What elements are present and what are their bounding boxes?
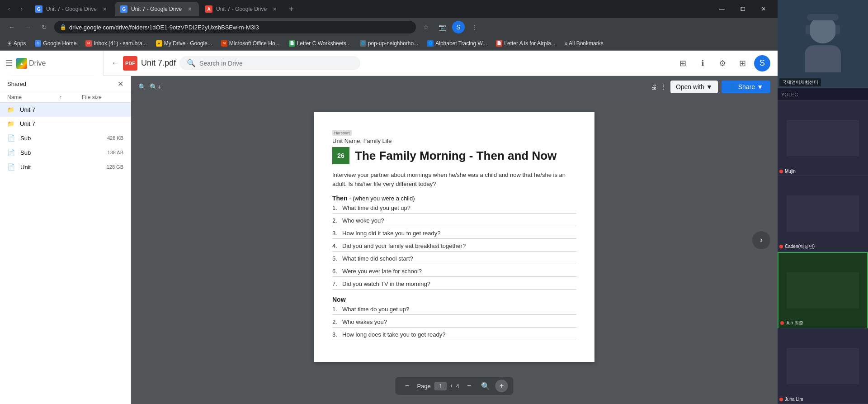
bookmark-popup[interactable]: 🌐 pop-up-neighborho... [356,39,422,48]
person-head-shape [809,16,836,43]
bookmark-letterc[interactable]: 📄 Letter C Worksheets... [285,39,354,48]
file-name-3: Sub [20,135,82,142]
q4-text: Did you and your family eat breakfast to… [342,242,466,249]
minimize-button[interactable]: — [712,0,732,18]
person-silhouette [805,16,841,72]
zoom-out-btn[interactable]: − [463,380,476,392]
maximize-button[interactable]: ⧠ [732,0,753,18]
letterc-favicon: 📄 [289,40,295,47]
popup-favicon: 🌐 [360,40,366,47]
video-call-panel: 국제언어치험센터 YGLEC Mujin Caden(박정민) Jun 최준 [778,0,868,404]
pdf-more-btn[interactable]: ⋮ [660,83,667,90]
browser-forward-btn[interactable]: › [16,4,27,14]
settings-button[interactable]: ⚙ [714,55,731,71]
main-video-feed: 국제언어치험센터 [778,0,868,88]
bookmark-mydrive[interactable]: ▲ My Drive · Google... [152,39,216,48]
nav-back-button[interactable]: ← [5,21,18,33]
browser-nav-group: ‹ › [4,4,27,14]
mujin-label-row: Mujin [779,169,796,174]
q6-num: 6. [332,268,340,275]
page-controls: − Page / 4 − 🔍 + [395,377,513,395]
tab-2[interactable]: G Unit 7 - Google Drive ✕ [115,2,199,16]
participants-header: YGLEC [778,88,868,100]
pdf-icon-label: PDF [125,61,135,66]
folder-icon-1: 📁 [7,106,14,113]
account-button[interactable]: S [754,55,770,71]
apps-icon: ⊞ [7,40,12,47]
jun-label-row: Jun 최준 [780,320,803,326]
file-row-unit-pdf[interactable]: 📄 Unit 128 GB [0,160,131,174]
q7-text: Did you watch TV in the morning? [342,280,430,287]
video-thumb-caden: Caden(박정민) [778,176,868,252]
url-bar[interactable]: 🔒 drive.google.com/drive/folders/1dOE1-9… [54,21,416,33]
file-name-2: Unit 7 [20,120,82,127]
zoom-in-btn[interactable]: + [495,380,508,392]
then-label: Then [332,195,347,202]
info-button[interactable]: ℹ [694,55,711,71]
juha-mic-indicator [779,398,783,401]
bookmark-msoffice[interactable]: M Microsoft Office Ho... [217,39,283,48]
bookmark-all[interactable]: » All Bookmarks [561,39,607,48]
file-row-sub2[interactable]: 📄 Sub 138 AB [0,145,131,160]
headset-left-ear [806,25,810,34]
close-button[interactable]: ✕ [753,0,774,18]
drive-menu-button[interactable]: ☰ [5,58,13,68]
profile-button[interactable]: S [452,21,465,33]
tab-1-title: Unit 7 - Google Drive [46,6,97,12]
bookmark-inbox[interactable]: M Inbox (41) · sam.bra... [82,39,150,48]
q7-num: 7. [332,280,340,287]
tab-3[interactable]: A Unit 7 - Google Drive ✕ [200,2,284,16]
caden-name: Caden(박정민) [785,243,815,250]
harcourt-label: Harcourt [332,130,352,136]
tab-3-close[interactable]: ✕ [270,5,278,13]
bookmark-lettera[interactable]: 📄 Letter A is for Airpla... [492,39,559,48]
pdf-overlay: Shared ✕ Name ↑ File size 📁 Unit 7 📁 Uni… [0,76,778,404]
open-with-button[interactable]: Open with ▼ [670,81,718,93]
col-sort[interactable]: ↑ [59,94,62,100]
new-tab-button[interactable]: + [285,3,297,15]
back-arrow-button[interactable]: ← [111,58,119,68]
tab-2-close[interactable]: ✕ [185,5,193,13]
bookmark-star-button[interactable]: ☆ [420,21,432,33]
extensions-button[interactable]: ⋮ [468,21,481,33]
page-decrease-btn[interactable]: − [401,380,413,392]
file-row-unit7-2[interactable]: 📁 Unit 7 [0,117,131,131]
q3-num: 3. [332,230,340,237]
apps-grid-button[interactable]: ⊞ [734,55,750,71]
page-number-input[interactable] [434,382,447,390]
browser-back-btn[interactable]: ‹ [4,4,14,14]
juha-video-bg [787,348,859,384]
pdf-icon-row1: 📄 [7,134,15,142]
bookmark-alphabet[interactable]: 🌐 Alphabet Tracing W... [424,39,491,48]
file-row-unit7-1[interactable]: 📁 Unit 7 [0,103,131,117]
pdf-zoom-in-btn[interactable]: 🔍+ [150,83,161,90]
tab-1-close[interactable]: ✕ [100,5,108,13]
q4-num: 4. [332,242,340,249]
screenshot-button[interactable]: 📷 [436,21,448,33]
lettera-favicon: 📄 [496,40,502,47]
address-bar: ← → ↻ 🔒 drive.google.com/drive/folders/1… [0,18,778,36]
close-panel-btn[interactable]: ✕ [118,80,123,88]
next-page-button[interactable]: › [752,231,770,249]
tab-1[interactable]: G Unit 7 - Google Drive ✕ [30,2,114,16]
pdf-page-wrapper: Harcourt Unit Name: Family Life 26 The F… [314,112,594,362]
file-list-header: Shared ✕ [0,76,131,92]
search-input[interactable] [199,60,353,67]
nav-forward-button[interactable]: → [22,21,34,33]
bookmark-google-home[interactable]: G Google Home [31,39,80,48]
pdf-zoom-out-btn[interactable]: 🔍 [138,83,146,90]
nav-refresh-button[interactable]: ↻ [38,21,51,33]
drive-search-bar[interactable]: 🔍 [179,56,360,70]
google-home-favicon: G [35,40,41,47]
bookmark-apps[interactable]: ⊞ Apps [4,39,29,48]
grid-view-button[interactable]: ⊞ [675,55,691,71]
now-q1-num: 1. [332,306,340,313]
file-row-sub1[interactable]: 📄 Sub 428 KB [0,131,131,145]
folder-icon-2: 📁 [7,120,14,127]
share-button[interactable]: 👤 Share ▼ [722,81,770,93]
pdf-print-btn[interactable]: 🖨 [651,83,657,90]
search-icon: 🔍 [187,59,196,67]
zoom-icon-btn[interactable]: 🔍 [479,380,492,392]
now-q2-text: Who wakes you? [342,318,387,325]
q2-text: Who woke you? [342,217,384,224]
